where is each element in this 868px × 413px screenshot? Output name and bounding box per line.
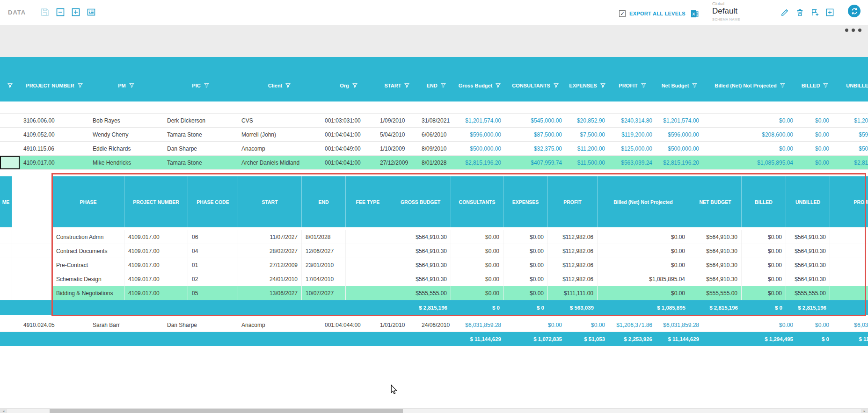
scroll-right-button[interactable]: ►	[861, 409, 868, 413]
project-row[interactable]: 3106.006.00Bob RayesDerk DickersonCVS001…	[0, 114, 868, 128]
project-row[interactable]: 4910.024.05Sarah BarrDan SharpeAnacomp00…	[0, 318, 868, 332]
grid-settings-icon[interactable]	[86, 7, 96, 17]
phase-column-header-billed-net-not-projected[interactable]: Billed (Net) Not Projected	[598, 176, 689, 227]
column-header-expenses[interactable]: EXPENSES	[566, 57, 609, 101]
toolbar: DATA ✓ EXPORT ALL LEVELS X Global	[0, 0, 868, 25]
phase-cell-phase: Bidding & Negotiations	[52, 286, 124, 300]
refresh-icon[interactable]	[848, 5, 861, 17]
column-label: ME	[2, 199, 10, 205]
scroll-left-button[interactable]: ◄	[0, 409, 7, 413]
phase-column-header-expenses[interactable]: EXPENSES	[503, 176, 548, 227]
cell-profit: $240,314.80	[609, 114, 656, 127]
phase-edge-cell	[12, 244, 52, 258]
filter-icon[interactable]	[496, 83, 501, 88]
phase-column-header-projected[interactable]: PROJECTED	[830, 176, 868, 227]
phase-row[interactable]: Schematic Design4109.017.000224/01/20101…	[0, 272, 868, 286]
filter-icon[interactable]	[554, 83, 559, 88]
filter-icon[interactable]	[641, 83, 646, 88]
column-header-pm[interactable]: PM	[89, 57, 163, 101]
filter-icon[interactable]	[692, 83, 697, 88]
row-selector-cell[interactable]	[0, 156, 20, 169]
filter-icon[interactable]	[129, 83, 134, 88]
column-header-end[interactable]: END	[418, 57, 454, 101]
row-selector-cell[interactable]	[0, 142, 20, 155]
column-header-selector[interactable]	[0, 57, 20, 101]
phase-column-header-end[interactable]: END	[302, 176, 346, 227]
filter-icon[interactable]	[600, 83, 605, 88]
row-selector-cell[interactable]	[0, 114, 20, 127]
flag-add-icon[interactable]	[810, 7, 820, 17]
phase-column-header-phase-code[interactable]: PHASE CODE	[188, 176, 238, 227]
export-all-levels-label[interactable]: EXPORT ALL LEVELS	[629, 11, 686, 16]
save-icon[interactable]	[40, 7, 50, 17]
phase-column-header-net-budget[interactable]: NET BUDGET	[689, 176, 742, 227]
collapse-all-icon[interactable]	[55, 7, 66, 17]
filter-icon[interactable]	[780, 83, 785, 88]
expand-all-icon[interactable]	[71, 7, 81, 17]
filter-icon[interactable]	[823, 83, 828, 88]
column-header-gross-budget[interactable]: Gross Budget	[454, 57, 505, 101]
column-header-org[interactable]: Org	[321, 57, 376, 101]
export-all-levels-checkbox[interactable]: ✓	[619, 10, 626, 17]
column-header-start[interactable]: START	[376, 57, 418, 101]
column-header-pic[interactable]: PIC	[163, 57, 238, 101]
edit-icon[interactable]	[780, 7, 790, 17]
phase-column-header-project-number[interactable]: PROJECT NUMBER	[124, 176, 188, 227]
column-header-billed-net-not-projected[interactable]: Billed (Net) Not Projected	[703, 57, 797, 101]
phase-column-header-billed[interactable]: BILLED	[742, 176, 786, 227]
column-label: Billed (Net) Not Projected	[715, 83, 777, 88]
filter-icon[interactable]	[404, 83, 409, 88]
column-header-unbilled[interactable]: UNBILLED	[833, 57, 868, 101]
column-header-client[interactable]: Client	[238, 57, 321, 101]
row-selector-cell[interactable]	[0, 318, 20, 332]
phase-total-end	[302, 300, 346, 315]
scrollbar-thumb[interactable]	[50, 409, 403, 413]
filter-icon[interactable]	[78, 83, 83, 88]
phase-cell-phase: Schematic Design	[52, 272, 124, 286]
phase-column-header-unbilled[interactable]: UNBILLED	[786, 176, 830, 227]
phase-total-project-number	[124, 300, 188, 315]
column-header-project-number[interactable]: PROJECT NUMBER	[20, 57, 89, 101]
column-label: Gross Budget	[459, 83, 493, 88]
phase-row[interactable]: Pre-Contract4109.017.000127/12/200923/01…	[0, 258, 868, 272]
phase-column-header-me[interactable]: ME	[0, 176, 12, 227]
add-icon[interactable]	[824, 7, 835, 17]
toolbar-left-icons	[40, 7, 96, 17]
column-header-consultants[interactable]: CONSULTANTS	[505, 57, 566, 101]
column-header-billed[interactable]: BILLED	[797, 57, 833, 101]
phase-row-selected[interactable]: Bidding & Negotiations4109.017.000513/06…	[0, 286, 868, 300]
more-options-icon[interactable]: ● ● ●	[845, 29, 861, 32]
filter-icon[interactable]	[204, 83, 209, 88]
column-label: PROFIT	[619, 83, 637, 88]
filter-icon[interactable]	[285, 83, 291, 88]
cell-project-number: 4910.115.06	[20, 142, 89, 155]
phase-total-unbilled: $ 2,815,196	[786, 300, 830, 315]
filter-icon[interactable]	[7, 83, 13, 88]
schema-name-value[interactable]: Default	[712, 7, 740, 16]
grand-total-consultants: $ 1,072,835	[505, 332, 566, 346]
phase-cell-net-budget: $564,910.30	[689, 244, 742, 258]
phase-row[interactable]: Construction Admn4109.017.000611/07/2027…	[0, 230, 868, 244]
phase-column-header-gross-budget[interactable]: GROSS BUDGET	[390, 176, 451, 227]
cell-org: 001:04:041:00	[321, 128, 376, 141]
filter-icon[interactable]	[352, 83, 357, 88]
phase-column-header-consultants[interactable]: CONSULTANTS	[451, 176, 503, 227]
cell-project-number: 4910.024.05	[20, 318, 89, 332]
column-header-net-budget[interactable]: Net Budget	[656, 57, 703, 101]
phase-column-header-phase[interactable]: PHASE	[52, 176, 124, 227]
row-selector-cell[interactable]	[0, 128, 20, 141]
filter-icon[interactable]	[441, 83, 446, 88]
column-header-profit[interactable]: PROFIT	[609, 57, 656, 101]
excel-export-icon[interactable]: X	[689, 8, 700, 19]
phase-column-header-profit[interactable]: PROFIT	[548, 176, 598, 227]
horizontal-scrollbar[interactable]: ◄ ►	[0, 408, 868, 413]
delete-icon[interactable]	[795, 7, 805, 17]
project-row[interactable]: 4109.052.00Wendy CherryTamara StoneMorre…	[0, 128, 868, 142]
phase-row[interactable]: Contract Documents4109.017.000428/02/202…	[0, 244, 868, 258]
phase-column-header-fee-type[interactable]: FEE TYPE	[346, 176, 390, 227]
project-row-selected[interactable]: 4109.017.00Mike HendricksTamara StoneArc…	[0, 156, 868, 170]
project-row[interactable]: 4910.115.06Eddie RichardsDan SharpeAnaco…	[0, 142, 868, 156]
cell-consultants: $87,500.00	[505, 128, 566, 141]
phase-cell-billed-net-not-projected: $0.00	[598, 244, 689, 258]
phase-column-header-start[interactable]: START	[238, 176, 302, 227]
